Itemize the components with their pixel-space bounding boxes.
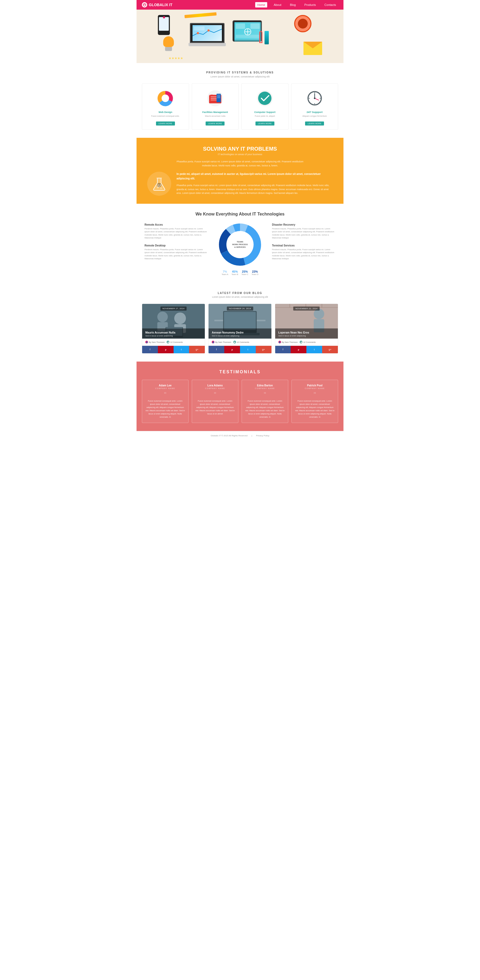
tech-remote-access: Remote Acces Perdrent mauris. Phasellus … <box>144 223 208 239</box>
service-card-facilities: Facilities Management Mauris accumsan nu… <box>192 83 239 130</box>
service-desc-computer: Fusce pede mi, aliquet <box>244 115 285 118</box>
tech-right: Disaster Recovery Perdrent mauris. Phase… <box>272 223 336 265</box>
nav-contacts[interactable]: Contacts <box>322 2 338 8</box>
svg-point-21 <box>258 92 271 105</box>
pinterest-btn-2[interactable]: 𝐩 <box>224 346 240 353</box>
user-icon-3: 👤 <box>279 341 281 344</box>
team-a: 7% Team A <box>222 270 228 275</box>
tech-disaster-recovery: Disaster Recovery Perdrent mauris. Phase… <box>272 223 336 239</box>
blog-comments-1: 💬 12 Comments <box>167 341 183 344</box>
hero-coffee-icon <box>294 15 312 32</box>
comment-icon-1: 💬 <box>167 341 170 344</box>
learn-more-facilities[interactable]: LEARN MORE <box>206 121 225 126</box>
service-title-support: 24/7 Suppport <box>294 111 336 113</box>
support-247-icon <box>305 89 324 108</box>
orange-title: SOLVING ANY IT PROBLEMS <box>147 146 333 152</box>
googleplus-btn-1[interactable]: g+ <box>189 346 205 353</box>
nav-products[interactable]: Products <box>302 2 318 8</box>
googleplus-btn-2[interactable]: g+ <box>256 346 271 353</box>
testimonial-3: Edna Barton COMPANY NAME " Fusce euismod… <box>242 380 288 423</box>
twitter-btn-3[interactable]: t <box>306 346 322 353</box>
testimonials-section: TESTIMONIALS Adam Lee COMPANY NAME " Fus… <box>136 361 344 431</box>
team-b-label: Team B <box>231 273 238 275</box>
svg-point-34 <box>160 188 162 189</box>
svg-rect-3 <box>194 26 204 30</box>
blog-subtitle-2: Sed in lacus ut enim adipiscing <box>212 334 268 337</box>
hero-pencil-icon <box>185 12 217 18</box>
twitter-btn-2[interactable]: t <box>240 346 256 353</box>
blog-comments-2: 💬 12 Comments <box>233 341 249 344</box>
blog-social-3: f 𝐩 t g+ <box>275 346 338 353</box>
blog-caption-3: Loperam Nean Nec Eros Sed in lacus ut en… <box>275 328 338 339</box>
svg-rect-18 <box>217 96 220 97</box>
testimonial-text-2: Fusce euismod consequat ante. Lorem ipsu… <box>195 399 235 415</box>
computer-support-icon <box>255 89 274 108</box>
team-a-percent: 7% <box>222 270 228 273</box>
testimonial-company-3: COMPANY NAME <box>245 387 285 389</box>
nav-blog[interactable]: Blog <box>288 2 298 8</box>
tech-service-desc-remote-desktop: Perdrent mauris. Phasellus porta. Fusce … <box>144 248 208 260</box>
service-card-computer: Computer Support Fusce pede mi, aliquet … <box>241 83 288 130</box>
hero-usb-icon <box>265 31 269 45</box>
tech-left: Remote Acces Perdrent mauris. Phasellus … <box>144 223 208 265</box>
team-d: 23% Team D <box>252 270 258 275</box>
svg-point-46 <box>174 312 186 324</box>
orange-quote: In pede mi, aliquet sit amet, euismod in… <box>177 172 333 181</box>
nav-about[interactable]: About <box>271 2 284 8</box>
learn-more-web[interactable]: LEARN MORE <box>156 121 175 126</box>
svg-point-1 <box>197 32 199 34</box>
service-title-facilities: Facilities Management <box>195 111 236 113</box>
svg-point-27 <box>314 97 315 99</box>
twitter-btn-1[interactable]: t <box>174 346 189 353</box>
team-d-label: Team D <box>252 273 258 275</box>
blog-date-2: NOVEMBER 24, 2014 <box>227 307 253 310</box>
quote-mark-2: " <box>195 391 235 398</box>
pinterest-btn-3[interactable]: 𝐩 <box>291 346 306 353</box>
blog-image-3: NOVEMBER 22, 2014 Loperam Nean Nec Eros … <box>275 304 338 339</box>
footer-privacy[interactable]: Privacy Policy <box>256 434 269 437</box>
nav-home[interactable]: Home <box>255 2 267 8</box>
blog-social-1: f 𝐩 t g+ <box>142 346 205 353</box>
svg-rect-17 <box>217 95 220 95</box>
blog-subtitle-3: Sed in lacus ut enim adipiscing <box>279 334 335 337</box>
quote-mark-3: " <box>245 391 285 398</box>
googleplus-btn-3[interactable]: g+ <box>322 346 338 353</box>
facebook-btn-3[interactable]: f <box>275 346 291 353</box>
service-desc-facilities: Mauris accumsan nulla <box>195 115 236 118</box>
footer-copyright: Globalix IT © 2015 All Rights Reserved <box>211 434 247 437</box>
blog-section: LATEST FROM OUR BLOG Lorem ipsum dolor s… <box>136 283 344 361</box>
orange-section: SOLVING ANY IT PROBLEMS IT technologies … <box>136 138 344 204</box>
facebook-btn-1[interactable]: f <box>142 346 158 353</box>
svg-rect-19 <box>217 97 220 98</box>
pinterest-btn-1[interactable]: 𝐩 <box>158 346 174 353</box>
testimonial-name-1: Adam Lee <box>145 384 185 387</box>
orange-flask-icon <box>147 172 171 196</box>
team-b-percent: 45% <box>231 270 238 273</box>
blog-comments-3: 💬 12 Comments <box>300 341 316 344</box>
blog-subtext: Lorem ipsum dolor sit amet, consectetuer… <box>142 296 338 298</box>
tech-service-title-disaster: Disaster Recovery <box>272 223 336 226</box>
learn-more-support[interactable]: LEARN MORE <box>305 121 324 126</box>
svg-rect-6 <box>236 24 245 29</box>
tech-service-title-remote-desktop: Remote Desktop <box>144 244 208 247</box>
tech-remote-desktop: Remote Desktop Perdrent mauris. Phasellu… <box>144 244 208 260</box>
blog-grid: NOVEMBER 27, 2014 Mauris Accumsan Nulla … <box>142 304 338 353</box>
learn-more-computer[interactable]: LEARN MORE <box>255 121 274 126</box>
service-title-web: Web Design <box>145 111 186 113</box>
nav-logo: GLOBALIX IT <box>142 2 173 8</box>
tech-service-desc-disaster: Perdrent mauris. Phasellus porta. Fusce … <box>272 227 336 239</box>
svg-point-38 <box>160 185 161 186</box>
services-subtext: Lorem ipsum dolor sit amet, consectetuer… <box>142 75 338 78</box>
testimonial-1: Adam Lee COMPANY NAME " Fusce euismod co… <box>142 380 189 423</box>
testimonials-grid: Adam Lee COMPANY NAME " Fusce euismod co… <box>142 380 338 423</box>
blog-date-3: NOVEMBER 22, 2014 <box>293 307 320 310</box>
blog-social-2: f 𝐩 t g+ <box>209 346 271 353</box>
facebook-btn-2[interactable]: f <box>209 346 224 353</box>
hero-stars: ★★★★★ <box>168 56 183 60</box>
team-a-label: Team A <box>222 273 228 275</box>
orange-content: In pede mi, aliquet sit amet, euismod in… <box>147 172 333 196</box>
team-c: 25% Team C <box>241 270 248 275</box>
blog-meta-2: 👤 By Sam Thomson 💬 12 Comments <box>209 339 271 346</box>
user-icon-1: 👤 <box>145 341 148 344</box>
comment-icon-3: 💬 <box>300 341 303 344</box>
